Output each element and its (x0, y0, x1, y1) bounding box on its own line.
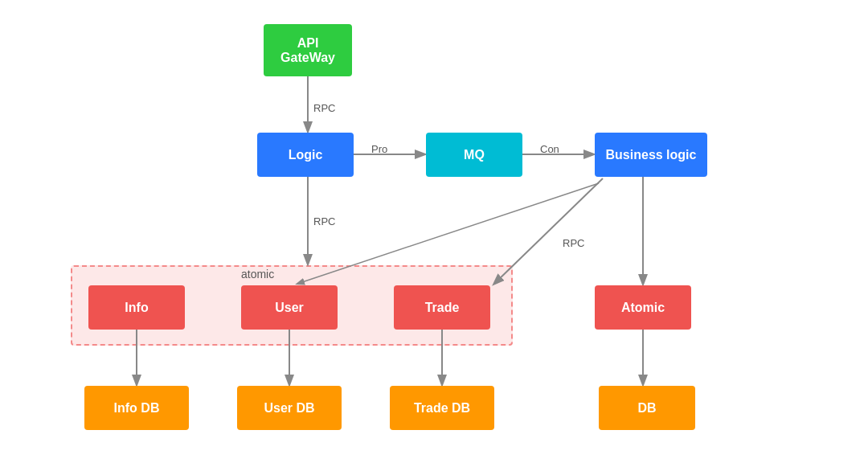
logic-label: Logic (289, 148, 323, 162)
db-node: DB (599, 386, 695, 430)
atomic-node: Atomic (595, 285, 691, 330)
rpc-label-3: RPC (563, 237, 584, 249)
user-node: User (241, 285, 338, 330)
con-label: Con (540, 143, 559, 155)
userdb-label: User DB (264, 401, 314, 416)
info-label: Info (125, 301, 148, 315)
atomic-group-label: atomic (241, 268, 274, 281)
atomic-label-text: Atomic (621, 301, 665, 315)
tradedb-label: Trade DB (414, 401, 470, 416)
userdb-node: User DB (237, 386, 342, 430)
rpc-label-2: RPC (313, 215, 335, 227)
infodb-label: Info DB (114, 401, 160, 416)
api-gateway-label: APIGateWay (280, 36, 335, 65)
infodb-node: Info DB (84, 386, 189, 430)
rpc-label-1: RPC (313, 102, 335, 114)
logic-node: Logic (257, 133, 354, 177)
tradedb-node: Trade DB (390, 386, 494, 430)
trade-node: Trade (394, 285, 490, 330)
trade-label: Trade (425, 301, 460, 315)
user-label: User (275, 301, 304, 315)
bizlogic-label: Business logic (606, 148, 697, 162)
diagram: atomic RPC Pro Con RPC (0, 0, 868, 467)
api-gateway-node: APIGateWay (264, 24, 352, 76)
mq-label: MQ (464, 148, 485, 162)
pro-label: Pro (371, 143, 387, 155)
mq-node: MQ (426, 133, 522, 177)
info-node: Info (88, 285, 185, 330)
db-label: DB (637, 401, 656, 416)
bizlogic-node: Business logic (595, 133, 707, 177)
